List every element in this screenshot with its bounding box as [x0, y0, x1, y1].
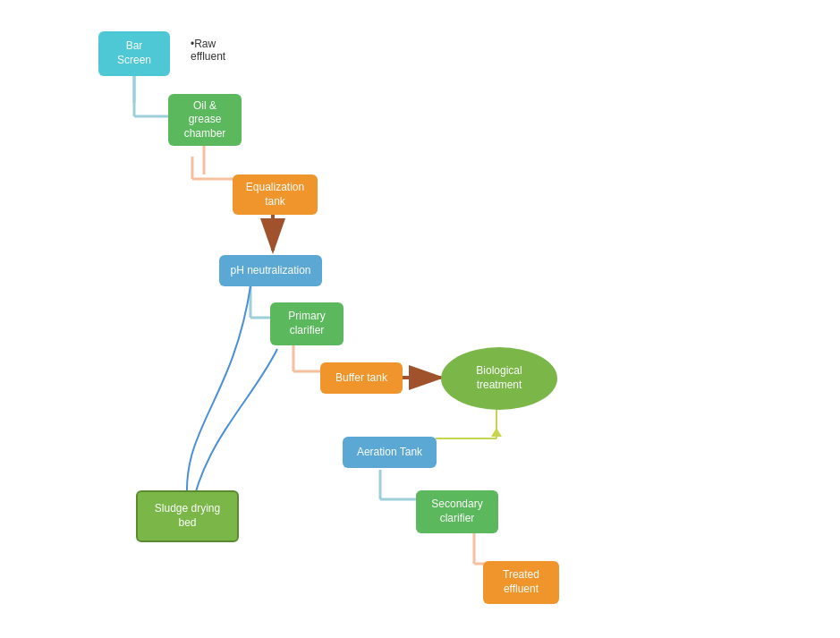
oil-grease-node: Oil &greasechamber [168, 94, 242, 146]
treated-effluent-node: Treatedeffluent [483, 561, 559, 604]
aeration-tank-node: Aeration Tank [343, 437, 437, 468]
diagram-container: Bar Screen •Raweffluent Oil &greasechamb… [0, 0, 840, 638]
buffer-tank-node: Buffer tank [320, 362, 403, 394]
raw-effluent-label: •Raweffluent [191, 38, 225, 63]
secondary-clarifier-node: Secondaryclarifier [416, 490, 498, 533]
arrows-svg [0, 0, 840, 638]
primary-clarifier-node: Primaryclarifier [270, 302, 344, 345]
ph-neutralization-node: pH neutralization [219, 255, 322, 286]
sludge-drying-bed-node: Sludge dryingbed [136, 490, 239, 542]
bar-screen-node: Bar Screen [98, 31, 170, 76]
biological-treatment-node: Biologicaltreatment [441, 347, 557, 410]
svg-marker-14 [491, 428, 502, 437]
equalization-tank-node: Equalizationtank [233, 174, 318, 215]
